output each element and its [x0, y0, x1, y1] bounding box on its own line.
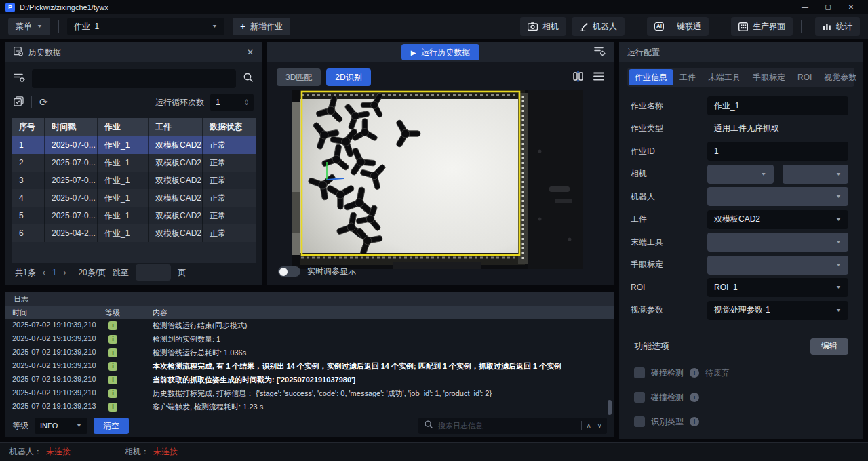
vision-params-select[interactable]: 视觉处理参数-1▼ [707, 301, 848, 320]
maximize-button[interactable]: ▢ [816, 0, 840, 14]
table-cell: 2025-07-0... [45, 172, 98, 189]
search-icon[interactable] [243, 72, 254, 85]
log-level-badge: i [108, 403, 117, 412]
hand-eye-select[interactable]: ▼ [707, 256, 848, 275]
log-time: 2025-07-02 19:10:39,210 [12, 334, 96, 342]
recognition-type-label: 识别类型 [651, 416, 684, 428]
close-button[interactable]: ✕ [840, 0, 863, 14]
table-header-row: 序号时间戳作业工件数据状态 [12, 118, 256, 136]
collision-check-row-1: 碰撞检测 ! 待废弃 [634, 367, 863, 379]
config-tab-作业信息[interactable]: 作业信息 [629, 69, 673, 85]
history-panel: 历史数据 ✕ ⟳ 运行循环次数 1 ˄˅ 序号时间戳作业工件数据状态 12025… [5, 42, 262, 285]
divider [58, 20, 59, 33]
log-row[interactable]: 2025-07-02 19:10:39,210i检测管线运行结束(同步模式) [5, 319, 614, 332]
one-key-connect-button[interactable]: AI 一键联通 [647, 17, 709, 36]
config-tab-手眼标定[interactable]: 手眼标定 [747, 69, 791, 85]
config-tab-ROI[interactable]: ROI [791, 69, 818, 85]
job-id-input[interactable]: 1 [707, 142, 848, 161]
production-view-button[interactable]: 生产界面 [731, 17, 793, 36]
log-row[interactable]: 2025-07-02 19:10:39,210i当前获取的抓取位姿生成的时间戳为… [5, 373, 614, 386]
table-row[interactable]: 22025-07-0...作业_1双模板CAD2正常 [12, 154, 256, 172]
table-row[interactable]: 42025-07-0...作业_1双模板CAD2正常 [12, 189, 256, 207]
recognition-type-checkbox[interactable] [634, 416, 645, 427]
loop-count-stepper[interactable]: 1 ˄˅ [210, 94, 254, 111]
robot-button[interactable]: 机器人 [572, 17, 625, 36]
log-time: 2025-07-02 19:10:39,210 [12, 348, 96, 356]
camera-button[interactable]: 相机 [520, 17, 566, 36]
run-config-title: 运行配置 [627, 47, 660, 58]
compare-view-icon[interactable] [572, 71, 584, 85]
log-search-placeholder: 搜索日志信息 [438, 421, 576, 431]
pagination-current-page[interactable]: 1 [52, 268, 57, 277]
log-row[interactable]: 2025-07-02 19:10:39,210i检测到的实例数量: 1 [5, 332, 614, 346]
log-level-badge: i [108, 389, 117, 398]
function-options-title: 功能选项 [634, 340, 669, 353]
history-icon [14, 47, 23, 58]
divider [801, 20, 802, 33]
log-search-input[interactable]: 搜索日志信息 ˄˅ [418, 418, 607, 434]
table-row[interactable]: 32025-07-0...作业_1双模板CAD2正常 [12, 172, 256, 189]
tab-2d-recognition[interactable]: 2D识别 [326, 68, 370, 86]
roi-select[interactable]: ROI_1▼ [707, 278, 848, 297]
add-job-button[interactable]: + 新增作业 [233, 18, 290, 35]
tab-3d-match[interactable]: 3D匹配 [277, 68, 321, 86]
camera-select-1[interactable]: ▼ [707, 165, 774, 184]
config-tab-末端工具[interactable]: 末端工具 [702, 69, 747, 85]
log-row[interactable]: 2025-07-02 19:10:39,210i历史数据打标完成, 打标信息： … [5, 386, 614, 400]
table-cell: 正常 [203, 207, 247, 224]
log-content: 检测管线运行总耗时: 1.036s [153, 348, 246, 358]
run-history-data-button[interactable]: ▶ 运行历史数据 [401, 44, 480, 60]
table-row[interactable]: 52025-07-0...作业_1双模板CAD2正常 [12, 207, 256, 224]
config-tab-工件[interactable]: 工件 [673, 69, 702, 85]
search-next-icon[interactable]: ˅ [597, 422, 601, 430]
stepper-arrows-icon[interactable]: ˄˅ [245, 99, 248, 106]
refresh-icon[interactable]: ⟳ [39, 96, 48, 108]
log-content: 检测管线运行结束(同步模式) [153, 321, 247, 331]
filter-settings-icon[interactable] [594, 46, 606, 58]
log-row[interactable]: 2025-07-02 19:10:39,213i客户端触发, 检测流程耗时: 1… [5, 400, 614, 414]
robot-select[interactable]: ▼ [707, 187, 848, 206]
minimize-button[interactable]: — [793, 0, 816, 14]
table-cell: 双模板CAD2 [149, 172, 203, 189]
log-time: 2025-07-02 19:10:39,210 [12, 388, 96, 397]
table-row[interactable]: 12025-07-0...作业_1双模板CAD2正常 [12, 136, 256, 154]
chevron-down-icon: ▼ [835, 217, 842, 222]
history-search-input[interactable] [32, 69, 236, 88]
pagination-page-suffix: 页 [178, 267, 186, 279]
log-scrollbar[interactable] [608, 400, 612, 415]
camera-button-label: 相机 [542, 21, 559, 33]
pagination-per-page[interactable]: 20条/页 [78, 267, 106, 279]
pagination-prev-button[interactable]: ‹ [43, 268, 45, 277]
log-row[interactable]: 2025-07-02 19:10:39,210i本次检测流程完成, 有 1 个结… [5, 359, 614, 373]
job-select[interactable]: 作业_1 ▼ [67, 18, 224, 35]
menu-list-icon[interactable] [593, 71, 604, 83]
log-col-level: 等级 [105, 308, 120, 318]
pagination-jump-input[interactable] [136, 264, 171, 281]
batch-select-icon[interactable] [14, 96, 24, 109]
log-level-select[interactable]: INFO ▼ [35, 418, 87, 434]
realtime-params-toggle[interactable] [278, 266, 300, 277]
camera-image-view[interactable] [292, 90, 583, 269]
edit-button[interactable]: 编辑 [810, 338, 848, 355]
search-prev-icon[interactable]: ˄ [587, 422, 591, 430]
statistics-button[interactable]: 统计 [815, 17, 860, 36]
camera-image [292, 90, 583, 269]
log-time: 2025-07-02 19:10:39,210 [12, 375, 96, 383]
menu-button[interactable]: 菜单 ▼ [8, 18, 50, 35]
table-cell: 作业_1 [98, 136, 149, 154]
camera-select-2[interactable]: ▼ [783, 165, 849, 184]
config-tab-视觉参数[interactable]: 视觉参数 [818, 69, 863, 85]
job-name-input[interactable]: 作业_1 [707, 96, 848, 115]
pagination-next-button[interactable]: › [63, 268, 66, 277]
clear-log-button[interactable]: 清空 [94, 418, 129, 434]
collision-checkbox-1[interactable] [634, 367, 645, 378]
table-row[interactable]: 62025-04-2...作业_1双模板CAD2正常 [12, 224, 256, 242]
workpiece-select[interactable]: 双模板CAD2▼ [707, 210, 848, 229]
close-icon[interactable]: ✕ [247, 47, 254, 57]
filter-settings-icon[interactable] [14, 73, 25, 85]
log-level-badge: i [108, 348, 117, 357]
pagination-total: 共1条 [15, 267, 36, 279]
log-row[interactable]: 2025-07-02 19:10:39,210i检测管线运行总耗时: 1.036… [5, 346, 614, 359]
collision-checkbox-2[interactable] [634, 392, 645, 403]
end-tool-select[interactable]: ▼ [707, 233, 848, 252]
